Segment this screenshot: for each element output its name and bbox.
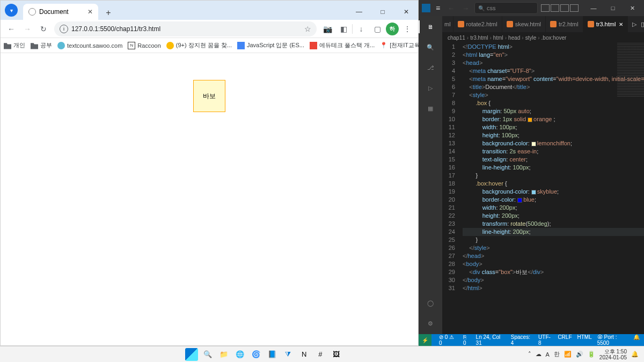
language-indicator[interactable]: 한 bbox=[554, 350, 560, 358]
extensions-icon[interactable]: ◧ bbox=[336, 21, 351, 36]
close-tab-icon[interactable]: ✕ bbox=[87, 8, 93, 16]
indent-status[interactable]: Spaces: 4 bbox=[511, 334, 533, 346]
nav-forward-button[interactable]: → bbox=[460, 4, 471, 12]
bookmark-item[interactable]: 에듀테크 풀스택 개... bbox=[310, 41, 375, 49]
back-button[interactable]: ← bbox=[4, 21, 19, 36]
search-taskbar-icon[interactable]: 🔍 bbox=[201, 348, 214, 361]
side-panel-button[interactable]: ▢ bbox=[370, 21, 385, 36]
close-window-button[interactable]: ✕ bbox=[394, 4, 418, 20]
tab-actions: ▷ ◫ ⋯ bbox=[628, 16, 644, 32]
hamburger-menu-button[interactable]: ≡ bbox=[434, 4, 442, 12]
split-icon[interactable]: ◫ bbox=[641, 21, 644, 28]
battery-icon[interactable]: 🔋 bbox=[588, 351, 595, 358]
run-icon[interactable]: ▷ bbox=[632, 21, 636, 28]
liveserver-status[interactable]: ⦿ Port : 5500 bbox=[597, 334, 628, 346]
vscode-close-button[interactable]: ✕ bbox=[624, 5, 641, 12]
editor-tab[interactable]: rotate2.html bbox=[453, 16, 502, 32]
vscode-minimize-button[interactable]: — bbox=[585, 5, 602, 12]
app-icon-1[interactable]: 📘 bbox=[266, 348, 279, 361]
bookmarks-bar: 개인공부textcount.sawoo.comNRaccoon(9+) 장지현 … bbox=[1, 38, 418, 53]
editor-tab[interactable]: tr2.html bbox=[546, 16, 583, 32]
demo-box: 바보 bbox=[193, 80, 225, 112]
layout-controls[interactable] bbox=[541, 4, 579, 12]
minimap[interactable] bbox=[617, 43, 644, 97]
debug-icon[interactable]: ▷ bbox=[424, 82, 437, 94]
menu-button[interactable]: ⋮ bbox=[400, 21, 415, 36]
command-search-input[interactable]: css bbox=[474, 2, 538, 14]
bookmark-item[interactable]: textcount.sawoo.com bbox=[57, 42, 122, 49]
bookmark-item[interactable]: JavaScript 입문 (ES... bbox=[237, 41, 304, 49]
explorer-icon[interactable]: 🗎 bbox=[424, 20, 437, 33]
activity-bar: 🗎 🔍 ⎇ ▷ ▦ ◯ ⚙ bbox=[419, 16, 442, 334]
taskbar-apps: 🔍 📁 🌐 🌀 📘 ⧩ N # 🖼 bbox=[185, 348, 343, 361]
new-tab-button[interactable]: + bbox=[101, 6, 115, 20]
start-button[interactable] bbox=[185, 348, 198, 361]
notifications-icon[interactable]: 🔔 bbox=[633, 334, 640, 346]
url-text: 127.0.0.1:5500/chap11/tr3.html bbox=[71, 25, 160, 33]
system-tray: ˄ ☁ A 한 📶 🔊 🔋 오후 1:50 2024-01-05 🔔 bbox=[528, 349, 639, 360]
camera-icon[interactable]: 📷 bbox=[320, 21, 335, 36]
clock[interactable]: 오후 1:50 2024-01-05 bbox=[599, 349, 627, 360]
bookmark-item[interactable]: 공부 bbox=[31, 41, 52, 49]
breadcrumb[interactable]: chap11›tr3.html›html›head›style›.box:hov… bbox=[442, 32, 644, 43]
chrome-window: ▾ Document ✕ + — □ ✕ ← → ↻ i 127.0.0.1:5… bbox=[0, 0, 419, 346]
forward-button[interactable]: → bbox=[20, 21, 35, 36]
browser-tab[interactable]: Document ✕ bbox=[23, 4, 98, 20]
source-control-icon[interactable]: ⎇ bbox=[424, 61, 437, 74]
volume-icon[interactable]: 🔊 bbox=[576, 351, 583, 358]
windows-taskbar: 🔍 📁 🌐 🌀 📘 ⧩ N # 🖼 ˄ ☁ A 한 📶 🔊 🔋 오후 1:50 … bbox=[0, 346, 644, 362]
vscode-window-controls: — □ ✕ bbox=[585, 5, 641, 12]
tab-search-button[interactable]: ▾ bbox=[5, 4, 18, 17]
bookmark-star-icon[interactable]: ☆ bbox=[304, 25, 311, 33]
account-icon[interactable]: ◯ bbox=[424, 297, 437, 309]
address-bar[interactable]: i 127.0.0.1:5500/chap11/tr3.html ☆ bbox=[54, 21, 317, 36]
notifications-taskbar-icon[interactable]: 🔔 bbox=[631, 351, 639, 358]
page-viewport: 바보 bbox=[1, 53, 418, 345]
chrome-window-controls: — □ ✕ bbox=[347, 4, 418, 20]
editor-tab[interactable]: ml bbox=[442, 16, 453, 32]
gear-icon[interactable]: ⚙ bbox=[424, 317, 437, 330]
editor-tab[interactable]: tr3.html✕ bbox=[583, 16, 628, 32]
chrome-taskbar-icon[interactable]: 🌐 bbox=[233, 348, 246, 361]
editor-tabs: mlrotate2.htmlskew.htmltr2.htmltr3.html✕… bbox=[442, 16, 644, 32]
vscode-window: ≡ ← → css — □ ✕ 🗎 🔍 ⎇ ▷ ▦ ◯ ⚙ mlrotate2.… bbox=[419, 0, 644, 346]
slack-taskbar-icon[interactable]: # bbox=[314, 348, 327, 361]
chrome-toolbar: ← → ↻ i 127.0.0.1:5500/chap11/tr3.html ☆… bbox=[1, 20, 418, 38]
cursor-position[interactable]: Ln 24, Col 31 bbox=[476, 334, 506, 346]
wifi-icon[interactable]: 📶 bbox=[564, 351, 572, 358]
editor-tab[interactable]: skew.html bbox=[502, 16, 546, 32]
vscode-taskbar-icon[interactable]: ⧩ bbox=[282, 348, 295, 361]
edge-taskbar-icon[interactable]: 🌀 bbox=[250, 348, 262, 361]
vscode-titlebar: ≡ ← → css — □ ✕ bbox=[419, 0, 644, 16]
code-editor[interactable]: 1234567891011121314151617181920212223242… bbox=[442, 43, 644, 334]
ports-status[interactable]: ⎘ 0 bbox=[463, 334, 471, 346]
site-info-icon[interactable]: i bbox=[60, 25, 68, 33]
language-status[interactable]: HTML bbox=[577, 334, 592, 346]
notion-taskbar-icon[interactable]: N bbox=[298, 348, 311, 361]
reload-button[interactable]: ↻ bbox=[36, 21, 51, 36]
app-icon-2[interactable]: 🖼 bbox=[330, 348, 343, 361]
encoding-status[interactable]: UTF-8 bbox=[538, 334, 552, 346]
file-explorer-icon[interactable]: 📁 bbox=[217, 348, 230, 361]
tab-title: Document bbox=[39, 8, 69, 16]
maximize-button[interactable]: □ bbox=[371, 4, 394, 20]
download-button[interactable]: ↓ bbox=[354, 21, 369, 36]
bookmark-item[interactable]: (9+) 장지현 꿈을 찾... bbox=[166, 41, 232, 49]
extensions-icon[interactable]: ▦ bbox=[424, 102, 437, 115]
profile-avatar[interactable]: 하 bbox=[386, 23, 399, 35]
vscode-maximize-button[interactable]: □ bbox=[604, 5, 621, 12]
nav-back-button[interactable]: ← bbox=[445, 4, 457, 12]
remote-indicator[interactable]: ⚡ bbox=[419, 334, 431, 346]
eol-status[interactable]: CRLF bbox=[558, 334, 572, 346]
onedrive-icon[interactable]: ☁ bbox=[536, 351, 541, 358]
problems-status[interactable]: ⊘ 0 ⚠ 0 bbox=[439, 334, 458, 346]
ime-mode[interactable]: A bbox=[546, 351, 550, 358]
bookmark-item[interactable]: 개인 bbox=[4, 41, 25, 49]
tray-chevron-icon[interactable]: ˄ bbox=[528, 351, 531, 358]
chrome-titlebar: ▾ Document ✕ + — □ ✕ bbox=[1, 1, 418, 20]
minimize-button[interactable]: — bbox=[347, 4, 371, 20]
favicon-icon bbox=[28, 8, 36, 16]
bookmark-item[interactable]: NRaccoon bbox=[128, 42, 160, 49]
search-icon[interactable]: 🔍 bbox=[424, 41, 437, 54]
status-bar: ⚡ ⊘ 0 ⚠ 0 ⎘ 0 Ln 24, Col 31 Spaces: 4 UT… bbox=[419, 334, 644, 346]
